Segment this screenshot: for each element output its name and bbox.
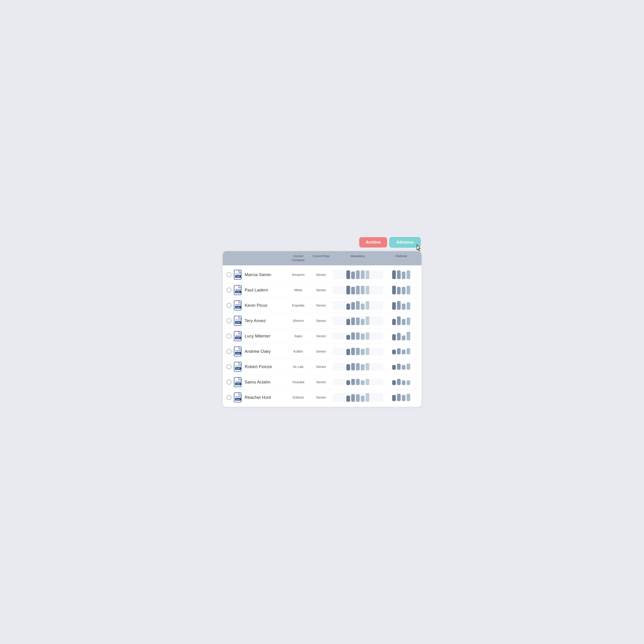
candidate-cell: PDF Tery Anvez: [223, 315, 287, 326]
company-cell: Kolibri: [287, 349, 310, 353]
role-cell: Senior: [310, 319, 333, 323]
advance-button[interactable]: Advance: [389, 237, 420, 247]
mandatory-bars: [333, 301, 383, 310]
row-radio[interactable]: [226, 318, 231, 323]
preferred-bars: [383, 316, 420, 325]
role-cell: Senior: [310, 395, 333, 399]
svg-text:PDF: PDF: [236, 383, 240, 385]
header-role: Current Role: [310, 253, 333, 263]
table-row: PDF Robert Fionze0x LabSenior32Archived: [223, 359, 421, 375]
candidate-name: Kevin Picus: [245, 303, 267, 308]
row-radio[interactable]: [226, 272, 231, 277]
preferred-bars: [383, 348, 420, 354]
pdf-icon[interactable]: PDF: [234, 361, 242, 372]
pdf-icon[interactable]: PDF: [234, 346, 242, 357]
mandatory-bars: [333, 270, 383, 279]
role-cell: Senior: [310, 380, 333, 384]
row-radio[interactable]: [226, 303, 231, 308]
company-cell: 0x Lab: [287, 365, 310, 369]
table-row: PDF Andrew OakyKolibriSenior43Archived: [223, 344, 421, 359]
table-row: PDF Tery AnvezShtormSenior70To Review: [223, 313, 421, 329]
svg-text:PDF: PDF: [236, 276, 240, 278]
svg-text:PDF: PDF: [236, 398, 240, 400]
table-row: PDF Paul LadernMetaSenior83Advanced: [223, 283, 421, 298]
header-name: [223, 253, 287, 263]
table-header: Current Company Current Role Mandatory P…: [223, 251, 421, 265]
candidates-table: Current Company Current Role Mandatory P…: [223, 251, 421, 407]
candidate-cell: PDF Kevin Picus: [223, 300, 287, 311]
pdf-icon[interactable]: PDF: [234, 315, 242, 326]
mandatory-bars: [333, 332, 383, 340]
preferred-bars: [383, 332, 420, 340]
svg-text:PDF: PDF: [236, 306, 240, 308]
mandatory-bars: [333, 363, 383, 371]
row-radio[interactable]: [226, 380, 231, 385]
pdf-icon[interactable]: PDF: [234, 269, 242, 280]
archive-button[interactable]: Archive: [359, 237, 387, 247]
company-cell: Expedia: [287, 303, 310, 307]
role-cell: Senior: [310, 334, 333, 338]
candidate-cell: PDF Marcia Samin: [223, 269, 287, 280]
preferred-bars: [383, 394, 420, 401]
company-cell: Meta: [287, 288, 310, 292]
candidate-name: Samu Actahn: [245, 380, 271, 385]
svg-text:PDF: PDF: [236, 352, 240, 354]
table-body: PDF Marcia SaminAmazonSenior90Advanced P…: [223, 265, 421, 407]
header-score: Score: [420, 253, 421, 263]
row-radio[interactable]: [226, 364, 231, 369]
header-company: Current Company: [287, 253, 310, 263]
score-cell: 20: [420, 378, 421, 386]
top-bar: Archive Advance: [223, 237, 421, 247]
pdf-icon[interactable]: PDF: [234, 331, 242, 341]
row-radio[interactable]: [226, 288, 231, 293]
mandatory-bars: [333, 379, 383, 385]
score-cell: 90: [420, 271, 421, 278]
mandatory-bars: [333, 316, 383, 325]
role-cell: Senior: [310, 349, 333, 353]
company-cell: Amazon: [287, 273, 310, 277]
header-preferred: Prefered: [383, 253, 420, 263]
preferred-bars: [383, 270, 420, 279]
score-cell: 73: [420, 302, 421, 309]
row-radio[interactable]: [226, 349, 231, 354]
candidate-cell: PDF Reachel Hunt: [223, 392, 287, 403]
mandatory-bars: [333, 348, 383, 355]
preferred-bars: [383, 301, 420, 310]
candidate-cell: PDF Paul Ladern: [223, 285, 287, 295]
role-cell: Senior: [310, 303, 333, 307]
score-cell: 12: [420, 394, 421, 401]
svg-text:PDF: PDF: [236, 337, 240, 339]
company-cell: Shtorm: [287, 319, 310, 323]
role-cell: Senior: [310, 365, 333, 369]
mandatory-bars: [333, 286, 383, 294]
svg-text:PDF: PDF: [236, 291, 240, 293]
pdf-icon[interactable]: PDF: [234, 377, 242, 387]
candidate-cell: PDF Lucy Milenter: [223, 331, 287, 341]
row-radio[interactable]: [226, 395, 231, 400]
score-cell: 68: [420, 332, 421, 340]
pdf-icon[interactable]: PDF: [234, 285, 242, 295]
role-cell: Senior: [310, 273, 333, 277]
table-row: PDF Reachel HuntGStockSenior12Archived: [223, 390, 421, 405]
candidate-name: Andrew Oaky: [245, 349, 271, 354]
score-cell: 83: [420, 286, 421, 293]
company-cell: GStock: [287, 395, 310, 399]
score-cell: 32: [420, 363, 421, 370]
candidate-name: Lucy Milenter: [245, 334, 271, 339]
candidate-cell: PDF Robert Fionze: [223, 361, 287, 372]
company-cell: Youtube: [287, 380, 310, 384]
pdf-icon[interactable]: PDF: [234, 392, 242, 403]
score-cell: 70: [420, 317, 421, 324]
candidate-cell: PDF Samu Actahn: [223, 377, 287, 387]
header-mandatory: Mandatory: [333, 253, 383, 263]
pdf-icon[interactable]: PDF: [234, 300, 242, 311]
table-row: PDF Lucy MilenterXapoSenior68To Review: [223, 329, 421, 344]
svg-text:PDF: PDF: [236, 322, 240, 324]
row-radio[interactable]: [226, 334, 231, 339]
svg-text:PDF: PDF: [236, 368, 240, 370]
preferred-bars: [383, 286, 420, 294]
score-cell: 43: [420, 348, 421, 355]
table-row: PDF Marcia SaminAmazonSenior90Advanced: [223, 267, 421, 283]
preferred-bars: [383, 379, 420, 385]
candidate-name: Robert Fionze: [245, 364, 272, 369]
